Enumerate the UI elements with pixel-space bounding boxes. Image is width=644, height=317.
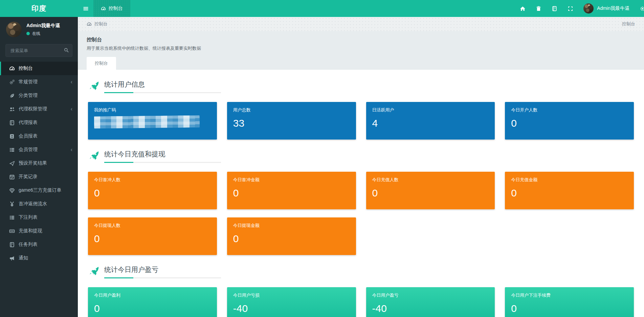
gem-icon <box>9 188 15 193</box>
section-title: 统计今日用户盈亏 <box>104 265 221 274</box>
promo-code-masked-value <box>94 115 200 128</box>
yen-icon <box>9 201 15 207</box>
home-icon[interactable] <box>520 6 526 12</box>
chevron-left-icon: ‹ <box>71 79 72 85</box>
sidebar-item-calendar-8[interactable]: 开奖记录 ‹ <box>0 170 78 184</box>
sidebar-menu: 控制台 ‹ 常规管理 ‹ 分类管理 ‹ 代理权限管理 ‹ 代理报表 ‹ 会员报表… <box>0 62 78 265</box>
online-status-dot <box>26 32 30 35</box>
stat-card[interactable]: 今日提现金额 0 <box>227 217 356 255</box>
gear-icon[interactable] <box>640 6 644 12</box>
section-underline <box>104 92 221 93</box>
sidebar-item-gem-9[interactable]: game6三方充值订单 ‹ <box>0 184 78 197</box>
sidebar-item-book-13[interactable]: 任务列表 ‹ <box>0 238 78 251</box>
sidebar-toggle-button[interactable] <box>78 0 93 17</box>
rocket-icon <box>89 150 99 161</box>
sidebar-item-leaf-2[interactable]: 分类管理 ‹ <box>0 89 78 102</box>
stat-card[interactable]: 今日用户亏损 -40 <box>227 287 356 317</box>
stat-card-label: 今日用户下注手续费 <box>511 292 628 298</box>
sidebar-item-horn-14[interactable]: 通知 ‹ <box>0 251 78 265</box>
search-icon[interactable] <box>64 47 69 53</box>
section-underline <box>104 277 221 278</box>
stat-card-value: 0 <box>511 187 628 198</box>
top-header: 印度 控制台 Admin我最牛逼 <box>0 0 644 17</box>
sidebar-item-contact-5[interactable]: 会员报表 ‹ <box>0 129 78 143</box>
hamburger-icon <box>83 6 89 12</box>
stat-card-label: 今日用户亏损 <box>233 292 350 298</box>
section-heading: 统计用户信息 <box>89 80 634 93</box>
contact-icon <box>9 133 15 139</box>
dashboard-icon <box>87 22 92 27</box>
stat-card-value: 33 <box>233 118 350 129</box>
menu-item-label: 任务列表 <box>19 241 38 248</box>
stat-card-label: 今日开户人数 <box>511 107 628 113</box>
stat-card[interactable]: 今日用户盈亏 -40 <box>366 287 495 317</box>
stat-card-label: 用户总数 <box>233 107 350 113</box>
book-icon[interactable] <box>552 6 557 12</box>
section-title: 统计用户信息 <box>104 80 221 89</box>
avatar <box>6 22 22 37</box>
cogs-icon <box>9 79 15 85</box>
breadcrumb-current[interactable]: 控制台 <box>94 21 108 27</box>
search-input[interactable] <box>5 44 72 57</box>
stat-card[interactable]: 今日用户盈利 0 <box>88 287 217 317</box>
section-underline <box>104 162 221 163</box>
calendar-icon <box>9 174 15 180</box>
sidebar-item-gauge-0[interactable]: 控制台 ‹ <box>0 62 78 75</box>
horn-icon <box>9 255 15 261</box>
stat-card-label: 我的推广码 <box>94 107 211 113</box>
stat-card[interactable]: 今日开户人数 0 <box>505 102 634 140</box>
sidebar-username: Admin我最牛逼 <box>26 23 60 29</box>
stat-card[interactable]: 今日首冲金额 0 <box>227 172 356 209</box>
app-logo[interactable]: 印度 <box>0 0 78 17</box>
book-icon <box>9 120 15 126</box>
stat-card-label: 今日充值人数 <box>372 177 489 183</box>
stat-card[interactable]: 今日提现人数 0 <box>88 217 217 255</box>
trash-icon[interactable] <box>536 6 541 12</box>
stat-card-value: 0 <box>94 187 211 198</box>
stat-card[interactable]: 日活跃用户 4 <box>366 102 495 140</box>
stat-card[interactable]: 今日充值金额 0 <box>505 172 634 209</box>
leaf-icon <box>9 93 15 99</box>
stats-section: 统计今日充值和提现 今日首冲人数 0 今日首冲金额 0 今日充值人数 0 今日充… <box>88 150 634 255</box>
page-title: 控制台 <box>87 37 635 43</box>
sidebar-item-cogs-1[interactable]: 常规管理 ‹ <box>0 75 78 89</box>
breadcrumb-right[interactable]: 控制台 <box>622 21 635 27</box>
sidebar-item-users-3[interactable]: 代理权限管理 ‹ <box>0 102 78 116</box>
list-icon <box>9 147 15 153</box>
sidebar-item-plane-7[interactable]: 预设开奖结果 ‹ <box>0 156 78 170</box>
stat-card[interactable]: 用户总数 33 <box>227 102 356 140</box>
header-tab-label: 控制台 <box>109 5 123 12</box>
sidebar-item-list-11[interactable]: 下注列表 ‹ <box>0 211 78 224</box>
menu-item-label: 下注列表 <box>19 214 38 220</box>
stat-card-label: 今日提现人数 <box>94 223 211 229</box>
stat-card-label: 今日首冲人数 <box>94 177 211 183</box>
menu-item-label: 常规管理 <box>19 79 38 85</box>
sidebar-item-book-4[interactable]: 代理报表 ‹ <box>0 116 78 129</box>
dashboard-icon <box>101 6 106 11</box>
stat-card-value: 0 <box>233 187 350 198</box>
section-title: 统计今日充值和提现 <box>104 150 221 159</box>
tab-dashboard[interactable]: 控制台 <box>87 57 116 70</box>
expand-icon[interactable] <box>568 6 573 12</box>
menu-item-label: 开奖记录 <box>19 174 38 180</box>
stat-card[interactable]: 今日首冲人数 0 <box>88 172 217 209</box>
stat-card-value: 0 <box>511 303 628 314</box>
stat-card[interactable]: 我的推广码 <box>88 102 217 140</box>
rocket-icon <box>89 81 99 91</box>
gauge-icon <box>9 66 15 71</box>
header-user-menu[interactable]: Admin我最牛逼 <box>583 3 629 14</box>
page-subtitle: 用于展示当前系统中的统计数据、统计报表及重要实时数据 <box>87 45 635 51</box>
rocket-icon <box>89 266 99 277</box>
stat-card[interactable]: 今日充值人数 0 <box>366 172 495 209</box>
sidebar-item-list-6[interactable]: 会员管理 ‹ <box>0 143 78 156</box>
header-actions: Admin我最牛逼 <box>520 0 644 17</box>
sidebar-item-yen-10[interactable]: 首冲返佣流水 ‹ <box>0 197 78 211</box>
header-tab-dashboard[interactable]: 控制台 <box>93 0 130 17</box>
admin-dashboard: 印度 控制台 Admin我最牛逼 Admin我最牛逼 <box>0 0 644 317</box>
stat-card[interactable]: 今日用户下注手续费 0 <box>505 287 634 317</box>
avatar <box>583 3 594 14</box>
menu-item-label: 会员管理 <box>19 147 38 153</box>
stat-cards-grid: 今日用户盈利 0 今日用户亏损 -40 今日用户盈亏 -40 今日用户下注手续费… <box>88 287 634 317</box>
stat-cards-grid: 今日首冲人数 0 今日首冲金额 0 今日充值人数 0 今日充值金额 0 今日提现… <box>88 172 634 255</box>
sidebar-item-money-12[interactable]: 充值和提现 ‹ <box>0 224 78 238</box>
